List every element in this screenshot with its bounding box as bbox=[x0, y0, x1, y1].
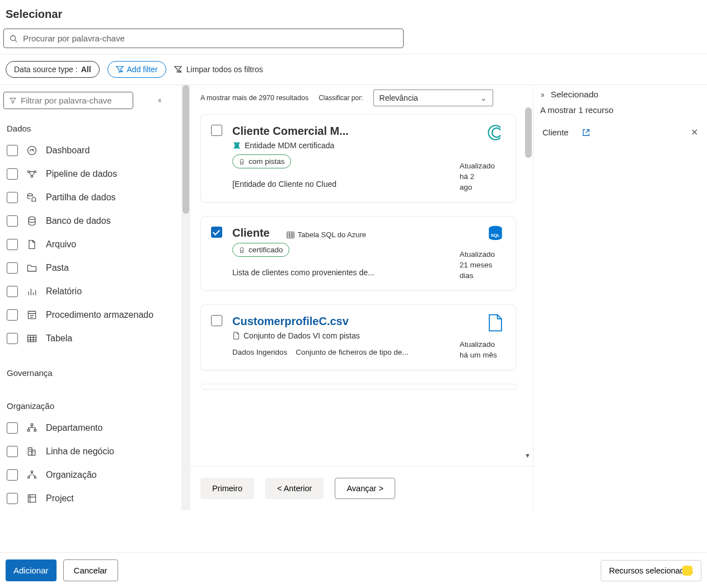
card-updated: Atualizado há um mês bbox=[460, 340, 504, 361]
dashboard-icon bbox=[26, 144, 38, 157]
cancel-button[interactable]: Cancelar bbox=[63, 559, 118, 581]
remove-selected-icon[interactable]: ✕ bbox=[691, 127, 698, 138]
filter-label: Procedimento armazenado bbox=[46, 310, 153, 320]
svg-point-0 bbox=[11, 35, 16, 40]
header: Selecionar bbox=[0, 0, 707, 24]
filter-label: Tabela bbox=[46, 333, 72, 344]
svg-point-11 bbox=[28, 194, 32, 196]
filter-plus-icon bbox=[116, 65, 124, 73]
svg-point-8 bbox=[28, 171, 30, 172]
svg-rect-21 bbox=[28, 335, 36, 342]
azure-sql-icon: SQL bbox=[485, 224, 505, 244]
search-box[interactable] bbox=[3, 29, 404, 48]
selected-subtitle: A mostrar 1 recurso bbox=[540, 105, 700, 115]
checkbox[interactable] bbox=[7, 333, 18, 344]
svg-point-40 bbox=[240, 159, 244, 162]
result-card[interactable]: Cliente Comercial M... Entidade MDM cert… bbox=[200, 114, 516, 203]
open-external-icon[interactable] bbox=[582, 129, 590, 137]
sidebar-collapse-button[interactable]: « bbox=[158, 95, 161, 105]
sidebar-filter-box[interactable] bbox=[3, 92, 133, 109]
svg-rect-26 bbox=[31, 424, 32, 426]
scroll-down-icon[interactable]: ▼ bbox=[525, 452, 531, 459]
svg-line-49 bbox=[586, 129, 589, 133]
filter-datashare[interactable]: Partilha de dados bbox=[3, 188, 187, 211]
checkbox[interactable] bbox=[7, 469, 18, 481]
main: « Dados Dashboard Pipeline de dados Part… bbox=[0, 85, 707, 510]
pipeline-icon bbox=[26, 168, 38, 180]
card-checkbox[interactable] bbox=[211, 315, 222, 326]
checkbox[interactable] bbox=[7, 215, 18, 227]
filter-pipeline[interactable]: Pipeline de dados bbox=[3, 164, 187, 188]
checkbox[interactable] bbox=[7, 239, 18, 250]
clear-all-filters[interactable]: Limpar todos os filtros bbox=[174, 65, 263, 74]
filter-label: Banco de dados bbox=[46, 216, 111, 226]
results-scrollbar[interactable] bbox=[525, 107, 532, 158]
checkbox[interactable] bbox=[7, 309, 18, 321]
table-icon bbox=[26, 332, 38, 345]
filter-label: Project bbox=[46, 493, 74, 504]
filter-lob[interactable]: Linha de negócio bbox=[3, 442, 187, 465]
filter-folder[interactable]: Pasta bbox=[3, 258, 187, 282]
result-card[interactable]: CustomerprofileC.csv Conjunto de Dados V… bbox=[200, 304, 516, 370]
datashare-icon bbox=[26, 191, 38, 204]
pager-prev-button[interactable]: < Anterior bbox=[265, 478, 324, 499]
checkbox[interactable] bbox=[7, 446, 18, 457]
filter-database[interactable]: Banco de dados bbox=[3, 211, 187, 235]
checkbox[interactable] bbox=[7, 286, 18, 297]
sidebar-filter-input[interactable] bbox=[21, 96, 127, 105]
sort-value: Relevância bbox=[380, 93, 418, 102]
checkbox[interactable] bbox=[7, 493, 18, 504]
checkbox[interactable] bbox=[7, 262, 18, 274]
card-title-link[interactable]: CustomerprofileC.csv bbox=[232, 315, 505, 328]
card-subtype: Entidade MDM certificada bbox=[232, 141, 505, 150]
sidebar-scrollbar[interactable] bbox=[181, 85, 190, 510]
filter-file[interactable]: Arquivo bbox=[3, 235, 187, 258]
pager-first-button[interactable]: Primeiro bbox=[200, 478, 254, 499]
badge-certified: certificado bbox=[232, 243, 289, 257]
filter-label: Linha de negócio bbox=[46, 446, 114, 457]
filter-label: Arquivo bbox=[46, 239, 76, 250]
file-icon bbox=[26, 238, 38, 251]
search-input[interactable] bbox=[23, 34, 397, 43]
svg-point-36 bbox=[34, 477, 36, 478]
filter-report[interactable]: Relatório bbox=[3, 282, 187, 305]
svg-rect-41 bbox=[287, 232, 294, 238]
svg-point-35 bbox=[28, 477, 30, 478]
filter-label: Departamento bbox=[46, 423, 102, 433]
results-meta: A mostrar mais de 2970 resultados Classi… bbox=[190, 85, 533, 109]
results-count: A mostrar mais de 2970 resultados bbox=[200, 94, 308, 102]
svg-rect-27 bbox=[28, 430, 30, 431]
svg-point-46 bbox=[240, 247, 244, 251]
checkbox[interactable] bbox=[7, 145, 18, 156]
result-card[interactable]: Cliente Tabela SQL do Azure certificado … bbox=[200, 216, 516, 291]
filter-table[interactable]: Tabela bbox=[3, 329, 187, 352]
filter-storedproc[interactable]: Procedimento armazenado bbox=[3, 305, 187, 329]
pager-next-button[interactable]: Avançar > bbox=[335, 478, 395, 499]
filter-organization[interactable]: Organização bbox=[3, 465, 187, 489]
card-checkbox-checked[interactable] bbox=[211, 227, 222, 238]
card-checkbox[interactable] bbox=[211, 125, 222, 136]
filter-icon bbox=[10, 97, 16, 105]
filter-data-source-type[interactable]: Data source type : All bbox=[6, 61, 100, 78]
filter-dashboard[interactable]: Dashboard bbox=[3, 141, 187, 164]
section-governanca: Governança bbox=[3, 364, 187, 385]
checkbox[interactable] bbox=[7, 422, 18, 434]
badge-clues: com pistas bbox=[232, 154, 291, 168]
add-filter-button[interactable]: Add filter bbox=[107, 61, 166, 78]
sort-dropdown[interactable]: Relevância ⌄ bbox=[373, 90, 493, 106]
add-button[interactable]: Adicionar bbox=[6, 559, 57, 581]
selected-header[interactable]: » Selecionado bbox=[540, 90, 700, 100]
checkbox[interactable] bbox=[7, 192, 18, 203]
clear-filters-label: Limpar todos os filtros bbox=[186, 65, 263, 74]
filter-label: Organização bbox=[46, 470, 97, 480]
filter-project[interactable]: Project bbox=[3, 489, 187, 510]
card-title: Cliente bbox=[232, 227, 270, 239]
result-card-peek bbox=[200, 384, 516, 389]
report-icon bbox=[26, 285, 38, 298]
project-icon bbox=[26, 492, 38, 505]
selected-item-name[interactable]: Cliente bbox=[542, 128, 569, 137]
checkbox[interactable] bbox=[7, 168, 18, 180]
org-icon bbox=[26, 469, 38, 481]
filter-label: Relatório bbox=[46, 286, 82, 297]
filter-department[interactable]: Departamento bbox=[3, 418, 187, 442]
